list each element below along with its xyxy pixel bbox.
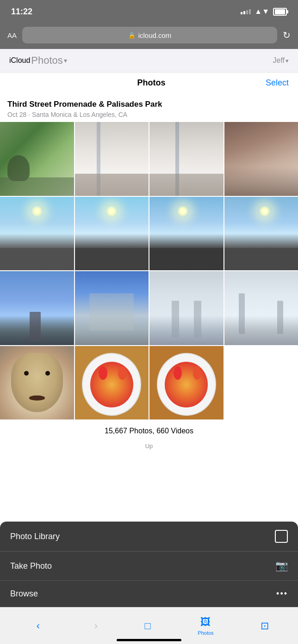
upload-hint: Up	[0, 443, 298, 453]
bottom-sheet: Photo Library Take Photo 📷 Browse •••	[0, 522, 298, 607]
photo-cell[interactable]	[224, 271, 298, 345]
icloud-title-group[interactable]: iCloud Photos ▾	[9, 55, 67, 67]
refresh-button[interactable]: ↻	[283, 30, 291, 41]
take-photo-item[interactable]: Take Photo 📷	[0, 552, 298, 581]
location-section: Third Street Promenade & Palisades Park …	[0, 93, 298, 122]
photo-cell[interactable]	[75, 122, 149, 196]
photo-cell[interactable]	[75, 271, 149, 345]
photos-section-title: Photos	[37, 78, 266, 88]
back-button[interactable]: ‹	[29, 615, 47, 637]
upload-text: Up	[145, 443, 153, 450]
photo-cell[interactable]	[149, 346, 224, 420]
bottom-toolbar: ‹ › □ 🖼 Photos ⊡	[0, 607, 298, 644]
photo-cell[interactable]	[75, 197, 149, 271]
user-name: Jeff	[273, 56, 285, 65]
photo-cell[interactable]	[75, 346, 149, 420]
take-photo-label: Take Photo	[10, 561, 52, 571]
address-bar: AA 🔒 icloud.com ↻	[0, 23, 298, 49]
photo-cell[interactable]	[149, 122, 224, 196]
icloud-header: iCloud Photos ▾ Jeff ▾	[0, 49, 298, 73]
location-title: Third Street Promenade & Palisades Park	[7, 100, 291, 109]
home-indicator	[117, 639, 181, 641]
photo-grid	[0, 122, 298, 419]
url-bar[interactable]: 🔒 icloud.com	[22, 27, 277, 43]
tabs-label: Photos	[198, 630, 213, 636]
lock-icon: 🔒	[128, 32, 136, 39]
photos-count: 15,667 Photos, 660 Videos	[0, 419, 298, 443]
new-tab-button[interactable]: ⊡	[261, 620, 269, 632]
photo-library-label: Photo Library	[10, 532, 60, 541]
photo-cell-empty	[224, 346, 298, 420]
photo-cell[interactable]	[0, 122, 74, 196]
battery-icon	[273, 8, 287, 16]
icloud-section-name: Photos	[31, 55, 63, 67]
photo-cell[interactable]	[224, 197, 298, 271]
camera-icon: 📷	[275, 560, 288, 572]
photo-cell[interactable]	[149, 271, 224, 345]
user-chevron-icon: ▾	[286, 57, 289, 64]
wifi-icon: ▲▼	[255, 7, 269, 16]
icloud-chevron-icon: ▾	[64, 57, 67, 64]
photos-tabs-icon: 🖼	[200, 616, 211, 628]
status-time: 11:22	[11, 7, 32, 17]
photo-cell[interactable]	[224, 122, 298, 196]
photos-count-label: 15,667 Photos, 660 Videos	[105, 427, 193, 435]
user-button[interactable]: Jeff ▾	[273, 56, 289, 65]
aa-button[interactable]: AA	[7, 31, 17, 39]
photo-cell[interactable]	[149, 197, 224, 271]
forward-button[interactable]: ›	[87, 615, 105, 637]
photo-cell[interactable]	[0, 346, 74, 420]
tabs-button[interactable]: 🖼 Photos	[190, 613, 221, 639]
signal-icon	[241, 9, 251, 14]
photo-library-icon	[275, 530, 288, 543]
photos-header: Photos Select	[0, 73, 298, 93]
photo-cell[interactable]	[0, 197, 74, 271]
status-icons: ▲▼	[241, 7, 287, 16]
photo-library-item[interactable]: Photo Library	[0, 522, 298, 552]
url-text: icloud.com	[138, 31, 172, 39]
browse-item[interactable]: Browse •••	[0, 581, 298, 607]
photo-cell[interactable]	[0, 271, 74, 345]
status-bar: 11:22 ▲▼	[0, 0, 298, 23]
browse-label: Browse	[10, 589, 38, 599]
more-icon: •••	[276, 589, 288, 599]
select-button[interactable]: Select	[266, 78, 289, 88]
share-button[interactable]: □	[145, 620, 151, 632]
location-subtitle: Oct 28 · Santa Monica & Los Angeles, CA	[7, 111, 291, 118]
icloud-app-name: iCloud	[9, 56, 30, 65]
